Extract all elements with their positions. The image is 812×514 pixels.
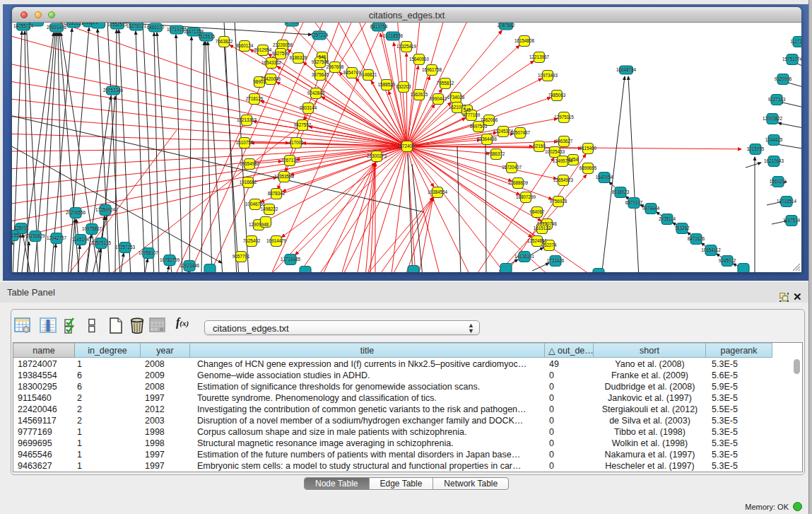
svg-text:19218506: 19218506 bbox=[383, 33, 404, 38]
svg-text:1640954: 1640954 bbox=[596, 175, 613, 180]
svg-text:2803144: 2803144 bbox=[300, 105, 317, 110]
svg-text:10958107: 10958107 bbox=[139, 250, 159, 255]
svg-text:17359924: 17359924 bbox=[95, 207, 116, 212]
svg-text:16543362: 16543362 bbox=[261, 60, 282, 65]
svg-text:20691406: 20691406 bbox=[47, 25, 67, 30]
svg-text:9329996: 9329996 bbox=[775, 76, 792, 81]
svg-text:1615132: 1615132 bbox=[534, 226, 551, 230]
svg-text:62160: 62160 bbox=[533, 144, 546, 148]
svg-text:9777169: 9777169 bbox=[463, 112, 481, 117]
svg-text:3875645: 3875645 bbox=[312, 72, 329, 77]
svg-text:2967608: 2967608 bbox=[326, 64, 344, 69]
svg-text:1145194: 1145194 bbox=[72, 237, 90, 242]
svg-text:13654923: 13654923 bbox=[553, 177, 574, 182]
svg-text:17357253: 17357253 bbox=[115, 245, 136, 250]
svg-text:18724007: 18724007 bbox=[397, 144, 418, 148]
svg-text:1610755: 1610755 bbox=[236, 140, 254, 145]
svg-text:10975867: 10975867 bbox=[82, 226, 102, 231]
svg-text:8660124: 8660124 bbox=[236, 43, 254, 48]
svg-text:7625402: 7625402 bbox=[243, 238, 261, 243]
svg-text:7663822: 7663822 bbox=[216, 39, 233, 44]
svg-text:8878342: 8878342 bbox=[268, 191, 286, 196]
svg-text:19654982: 19654982 bbox=[240, 161, 260, 166]
svg-text:10552571: 10552571 bbox=[107, 23, 128, 27]
svg-text:14055: 14055 bbox=[286, 23, 298, 24]
svg-text:1244415: 1244415 bbox=[765, 137, 783, 142]
svg-text:7955812: 7955812 bbox=[437, 81, 454, 86]
svg-text:6466100: 6466100 bbox=[147, 25, 165, 30]
svg-text:984067: 984067 bbox=[529, 209, 545, 214]
svg-text:8186328: 8186328 bbox=[290, 55, 307, 60]
svg-text:763262: 763262 bbox=[674, 226, 690, 230]
svg-text:9463627: 9463627 bbox=[555, 139, 573, 144]
svg-text:1167534: 1167534 bbox=[783, 218, 801, 223]
svg-text:9427552: 9427552 bbox=[294, 122, 312, 127]
svg-text:7485063: 7485063 bbox=[548, 93, 566, 98]
svg-text:8938923: 8938923 bbox=[612, 189, 630, 194]
svg-text:2087682: 2087682 bbox=[498, 23, 515, 28]
svg-text:23300273: 23300273 bbox=[367, 153, 387, 158]
svg-text:1117304: 1117304 bbox=[790, 39, 801, 44]
svg-text:15751074: 15751074 bbox=[782, 57, 801, 62]
svg-text:12975115: 12975115 bbox=[554, 115, 574, 119]
svg-text:14136141: 14136141 bbox=[514, 254, 535, 259]
svg-text:10973493: 10973493 bbox=[538, 73, 558, 78]
svg-text:252274: 252274 bbox=[541, 243, 557, 247]
svg-text:18807299: 18807299 bbox=[516, 194, 536, 199]
svg-text:21364436: 21364436 bbox=[477, 136, 498, 141]
svg-text:835001: 835001 bbox=[13, 226, 29, 230]
svg-text:8912954: 8912954 bbox=[254, 47, 272, 52]
svg-text:3215955: 3215955 bbox=[747, 146, 765, 151]
svg-text:12923446: 12923446 bbox=[180, 263, 200, 268]
svg-text:12093822: 12093822 bbox=[763, 116, 783, 121]
svg-text:17016514: 17016514 bbox=[777, 199, 797, 204]
svg-text:16154808: 16154808 bbox=[514, 38, 535, 43]
svg-text:16648784: 16648784 bbox=[616, 67, 637, 72]
svg-text:15276021: 15276021 bbox=[126, 23, 147, 28]
svg-text:9115460: 9115460 bbox=[579, 146, 597, 151]
svg-text:12213967: 12213967 bbox=[529, 54, 550, 59]
svg-text:546: 546 bbox=[319, 54, 326, 59]
svg-text:20053346: 20053346 bbox=[103, 88, 124, 93]
svg-text:3267130: 3267130 bbox=[281, 158, 299, 163]
svg-text:1811226: 1811226 bbox=[81, 23, 99, 25]
svg-text:19384554: 19384554 bbox=[428, 189, 448, 194]
svg-text:7357214: 7357214 bbox=[311, 33, 329, 37]
svg-text:1588520: 1588520 bbox=[378, 82, 396, 87]
svg-text:7386372: 7386372 bbox=[488, 151, 505, 156]
svg-text:10025433: 10025433 bbox=[545, 149, 565, 154]
svg-text:6734028: 6734028 bbox=[447, 95, 465, 100]
svg-text:1569291: 1569291 bbox=[770, 179, 787, 184]
svg-text:12353594: 12353594 bbox=[274, 174, 295, 179]
svg-text:13716485: 13716485 bbox=[281, 257, 301, 262]
svg-text:1916682: 1916682 bbox=[240, 180, 257, 185]
svg-text:9146821: 9146821 bbox=[360, 72, 377, 77]
svg-text:16782759: 16782759 bbox=[160, 257, 180, 262]
svg-text:16671358: 16671358 bbox=[184, 29, 204, 34]
svg-text:1362615: 1362615 bbox=[411, 92, 428, 97]
svg-text:2935114: 2935114 bbox=[659, 216, 676, 221]
svg-text:9245012: 9245012 bbox=[719, 258, 736, 263]
svg-text:9327508: 9327508 bbox=[272, 51, 290, 56]
svg-text:9327508: 9327508 bbox=[312, 59, 329, 64]
svg-text:9474444: 9474444 bbox=[642, 206, 660, 211]
svg-text:417006: 417006 bbox=[288, 140, 304, 145]
svg-text:7515536: 7515536 bbox=[198, 34, 216, 39]
svg-text:10507487: 10507487 bbox=[510, 130, 531, 135]
svg-text:98901: 98901 bbox=[253, 79, 266, 84]
svg-text:12909948: 12909948 bbox=[249, 222, 269, 227]
svg-text:16914479: 16914479 bbox=[266, 238, 287, 243]
svg-text:6899695: 6899695 bbox=[579, 165, 597, 170]
svg-text:10046766: 10046766 bbox=[245, 201, 266, 206]
svg-text:8454749: 8454749 bbox=[343, 70, 361, 75]
svg-text:9242848: 9242848 bbox=[307, 90, 325, 95]
svg-text:8454: 8454 bbox=[568, 157, 579, 162]
svg-text:3911559: 3911559 bbox=[12, 233, 22, 238]
svg-text:8813054: 8813054 bbox=[370, 24, 388, 29]
svg-text:6879197: 6879197 bbox=[625, 200, 643, 205]
svg-text:14055724: 14055724 bbox=[13, 23, 34, 28]
svg-text:11156829: 11156829 bbox=[25, 233, 45, 238]
svg-text:12942757: 12942757 bbox=[47, 235, 67, 240]
svg-text:545: 545 bbox=[464, 107, 471, 112]
svg-text:13325419: 13325419 bbox=[396, 44, 417, 49]
